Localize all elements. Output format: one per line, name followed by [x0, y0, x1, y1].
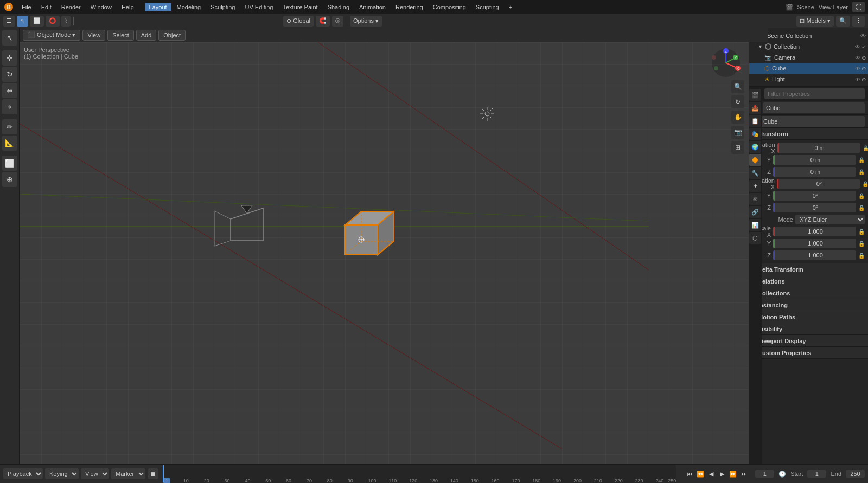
prop-world-icon[interactable]: 🌍: [749, 141, 761, 153]
scale-z-input[interactable]: [773, 250, 856, 260]
prop-constraints-icon[interactable]: 🔗: [749, 206, 761, 218]
light-restrict-icon[interactable]: ⊙: [861, 76, 866, 82]
menu-render[interactable]: Render: [57, 3, 85, 11]
select-cursor-btn[interactable]: ↖: [17, 16, 28, 27]
view-btn[interactable]: View: [82, 30, 105, 41]
location-x-lock[interactable]: 🔒: [863, 145, 868, 151]
rotation-mode-select[interactable]: XYZ Euler XZY Euler YXZ Euler YZX Euler …: [795, 215, 865, 224]
rotation-y-lock[interactable]: 🔒: [858, 193, 865, 199]
cube-eye-icon[interactable]: 👁: [855, 66, 860, 72]
location-z-input[interactable]: [773, 167, 856, 177]
rotation-x-input[interactable]: [777, 179, 860, 189]
camera-restrict-icon[interactable]: ⊙: [861, 55, 866, 61]
rotation-x-lock[interactable]: 🔒: [862, 181, 868, 187]
nav-pan[interactable]: ✋: [731, 111, 744, 124]
section-header-instancing[interactable]: ▶ Instancing: [749, 299, 868, 311]
collection-eye-icon[interactable]: 👁: [855, 44, 860, 50]
object-btn[interactable]: Object: [158, 30, 186, 41]
section-header-motion-paths[interactable]: ▶ Motion Paths: [749, 311, 868, 323]
cube-restrict-icon[interactable]: ⊙: [861, 66, 866, 72]
prop-scene-icon[interactable]: 🎭: [749, 128, 761, 140]
prop-physics-icon[interactable]: ⚛: [749, 193, 761, 205]
menu-file[interactable]: File: [17, 3, 36, 11]
tool-scale[interactable]: ⇔: [2, 83, 17, 98]
section-header-relations[interactable]: ▶ Relations: [749, 275, 868, 287]
menu-window[interactable]: Window: [86, 3, 116, 11]
section-header-delta[interactable]: ▶ Delta Transform: [749, 263, 868, 275]
location-y-lock[interactable]: 🔒: [858, 157, 865, 163]
location-z-lock[interactable]: 🔒: [858, 169, 865, 175]
scale-x-input[interactable]: [773, 227, 856, 236]
options-btn[interactable]: Options ▾: [350, 16, 382, 27]
timeline-ruler[interactable]: 1 10 20 30 40 50 60 70 80 90 100 110 120…: [163, 465, 676, 483]
menu-edit[interactable]: Edit: [37, 3, 56, 11]
prop-object-icon[interactable]: 🔶: [749, 154, 761, 166]
select-btn[interactable]: Select: [107, 30, 134, 41]
pivot-btn[interactable]: ⊙ Global: [283, 16, 314, 27]
view-dropdown[interactable]: View: [81, 468, 109, 479]
main-viewport[interactable]: User Perspective (1) Collection | Cube: [20, 42, 749, 464]
camera-eye-icon[interactable]: 👁: [855, 55, 860, 61]
tl-next-frame-btn[interactable]: ⏩: [728, 469, 738, 479]
tool-move[interactable]: ✛: [2, 50, 17, 66]
more-btn[interactable]: ⋮: [852, 16, 865, 27]
workspace-modeling[interactable]: Modeling: [173, 3, 206, 11]
workspace-add[interactable]: +: [505, 3, 516, 11]
tl-prev-frame-btn[interactable]: ◀: [706, 469, 716, 479]
workspace-compositing[interactable]: Compositing: [429, 3, 470, 11]
tool-cursor[interactable]: ↖: [2, 30, 17, 46]
section-header-viewport-display[interactable]: ▶ Viewport Display: [749, 335, 868, 347]
props-object-name-input[interactable]: [763, 102, 865, 113]
menu-help[interactable]: Help: [117, 3, 138, 11]
end-frame-input[interactable]: 250: [846, 470, 865, 478]
nav-ortho[interactable]: ⊞: [731, 141, 744, 154]
current-frame-display[interactable]: 1: [755, 470, 774, 478]
models-btn[interactable]: ⊞ Models ▾: [796, 16, 834, 27]
nav-camera[interactable]: 📷: [731, 126, 744, 139]
section-header-collections[interactable]: ▶ Collections: [749, 287, 868, 299]
playback-dropdown[interactable]: Playback: [3, 468, 43, 479]
workspace-rendering[interactable]: Rendering: [391, 3, 427, 11]
start-frame-input[interactable]: 1: [807, 470, 826, 478]
nav-orbit[interactable]: ↻: [731, 95, 744, 108]
workspace-scripting[interactable]: Scripting: [471, 3, 503, 11]
rotation-y-input[interactable]: [773, 191, 856, 201]
prop-particles-icon[interactable]: ✦: [749, 180, 761, 192]
location-x-input[interactable]: [777, 143, 860, 153]
outliner-item-camera[interactable]: 📷 Camera 👁 ⊙: [749, 52, 868, 63]
prop-modifier-icon[interactable]: 🔧: [749, 167, 761, 179]
prop-output-icon[interactable]: 📤: [749, 102, 761, 114]
rotation-z-input[interactable]: [773, 203, 856, 212]
search-btn[interactable]: 🔍: [836, 16, 850, 27]
light-eye-icon[interactable]: 👁: [855, 76, 860, 82]
add-btn[interactable]: Add: [136, 30, 157, 41]
tool-measure[interactable]: 📐: [2, 136, 17, 151]
eye-icon[interactable]: 👁: [860, 33, 866, 39]
select-box-btn[interactable]: ⬜: [30, 16, 44, 27]
scale-y-lock[interactable]: 🔒: [858, 241, 865, 247]
workspace-shading[interactable]: Shading: [323, 3, 354, 11]
workspace-layout[interactable]: Layout: [145, 3, 171, 11]
tl-prev-keyframe-btn[interactable]: ⏪: [695, 469, 705, 479]
proportional-btn[interactable]: ⦾: [332, 16, 343, 27]
section-header-custom-properties[interactable]: ▶ Custom Properties: [749, 347, 868, 359]
rotation-z-lock[interactable]: 🔒: [858, 205, 865, 211]
tl-stop-btn[interactable]: ⏹: [148, 468, 158, 479]
outliner-item-cube[interactable]: ⬡ Cube 👁 ⊙: [749, 63, 868, 74]
prop-view-layer-icon[interactable]: 📋: [749, 115, 761, 127]
select-circle-btn[interactable]: ⭕: [46, 16, 60, 27]
collection-check-icon[interactable]: ✓: [861, 44, 866, 50]
fullscreen-btn[interactable]: ⛶: [852, 2, 865, 12]
props-search-input[interactable]: [764, 88, 865, 99]
select-lasso-btn[interactable]: ⌇: [61, 16, 71, 27]
tl-play-btn[interactable]: ▶: [717, 469, 727, 479]
keying-dropdown[interactable]: Keying: [45, 468, 79, 479]
marker-dropdown[interactable]: Marker: [111, 468, 145, 479]
nav-zoom-in[interactable]: 🔍: [731, 80, 744, 93]
mode-icons-btn[interactable]: ☰: [3, 16, 15, 27]
scale-x-lock[interactable]: 🔒: [858, 229, 865, 235]
scale-z-lock[interactable]: 🔒: [858, 253, 865, 259]
tool-add-cube[interactable]: ⬜: [2, 156, 17, 171]
tool-add-object[interactable]: ⊕: [2, 172, 17, 187]
outliner-item-light[interactable]: ☀ Light 👁 ⊙: [749, 74, 868, 85]
